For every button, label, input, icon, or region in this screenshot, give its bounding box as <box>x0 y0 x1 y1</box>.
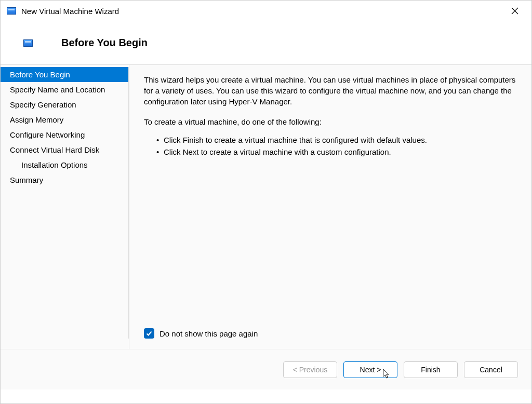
do-not-show-checkbox[interactable] <box>144 328 154 339</box>
sidebar-item-before-you-begin[interactable]: Before You Begin <box>1 67 129 82</box>
wizard-icon <box>23 39 33 47</box>
page-title: Before You Begin <box>61 37 148 49</box>
sidebar-item-installation-options[interactable]: Installation Options <box>1 157 129 172</box>
intro-text: This wizard helps you create a virtual m… <box>144 74 516 107</box>
do-not-show-row: Do not show this page again <box>144 328 258 339</box>
check-icon <box>145 330 153 337</box>
main-panel: This wizard helps you create a virtual m… <box>129 65 531 349</box>
titlebar: New Virtual Machine Wizard <box>1 1 531 21</box>
button-bar: < Previous Next > Finish Cancel <box>1 349 531 389</box>
sidebar-item-assign-memory[interactable]: Assign Memory <box>1 112 129 127</box>
previous-button: < Previous <box>283 361 337 378</box>
content-area: Before You Begin Specify Name and Locati… <box>1 64 531 349</box>
bullet-next: Click Next to create a virtual machine w… <box>156 146 516 158</box>
sidebar-item-configure-networking[interactable]: Configure Networking <box>1 127 129 142</box>
cancel-button[interactable]: Cancel <box>464 361 518 378</box>
instruction-text: To create a virtual machine, do one of t… <box>144 116 516 127</box>
close-button[interactable] <box>504 3 525 19</box>
finish-button[interactable]: Finish <box>404 361 458 378</box>
sidebar-item-summary[interactable]: Summary <box>1 172 129 187</box>
sidebar-item-specify-name[interactable]: Specify Name and Location <box>1 82 129 97</box>
do-not-show-label: Do not show this page again <box>159 329 258 338</box>
next-button[interactable]: Next > <box>343 361 397 378</box>
cursor-icon <box>383 369 392 380</box>
bullet-finish: Click Finish to create a virtual machine… <box>156 134 516 146</box>
sidebar-item-connect-vhd[interactable]: Connect Virtual Hard Disk <box>1 142 129 157</box>
app-icon <box>7 7 16 15</box>
close-icon <box>511 7 518 15</box>
window-title: New Virtual Machine Wizard <box>21 7 119 16</box>
wizard-header: Before You Begin <box>1 21 531 64</box>
wizard-steps-sidebar: Before You Begin Specify Name and Locati… <box>1 65 129 349</box>
bullet-list: Click Finish to create a virtual machine… <box>144 134 516 158</box>
sidebar-item-specify-generation[interactable]: Specify Generation <box>1 97 129 112</box>
